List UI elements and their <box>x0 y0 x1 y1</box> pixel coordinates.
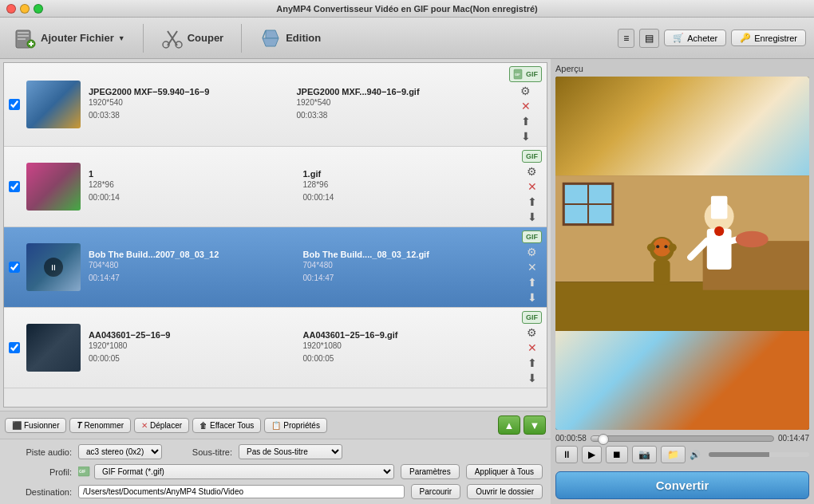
maximize-button[interactable] <box>34 4 43 14</box>
screenshot-button[interactable]: 📷 <box>632 446 657 463</box>
toolbar-right: ≡ ▤ 🛒 Acheter 🔑 Enregistrer <box>618 29 806 48</box>
file-thumb-1 <box>26 81 81 128</box>
file-item-2[interactable]: 1 128*9600:00:14 1.gif 128*9600:00:14 GI… <box>4 147 547 227</box>
file-checkbox-4[interactable] <box>9 342 20 353</box>
fusionner-label: Fusionner <box>24 421 59 430</box>
file-output-2: 1.gif 128*9600:00:14 <box>303 169 518 204</box>
main-area: JPEG2000 MXF−59.940−16−9 1920*54000:03:3… <box>0 59 814 504</box>
move-down-icon-4[interactable]: ⬇ <box>528 372 537 384</box>
renommer-button[interactable]: T Renommer <box>69 418 131 433</box>
edition-label: Edition <box>286 32 321 44</box>
cart-icon: 🛒 <box>673 33 684 43</box>
appliquer-button[interactable]: Appliquer à Tous <box>466 464 543 479</box>
cartoon-scene <box>555 77 809 430</box>
progress-bar[interactable] <box>591 435 774 442</box>
file-checkbox-2[interactable] <box>9 181 20 192</box>
settings-icon-2[interactable]: ⚙ <box>527 165 537 178</box>
volume-icon: 🔊 <box>690 450 701 460</box>
destination-label: Destination: <box>8 487 72 497</box>
acheter-button[interactable]: 🛒 Acheter <box>664 30 726 46</box>
file-name-1: JPEG2000 MXF−59.940−16−9 <box>89 87 297 96</box>
file-actions-3: GIF ⚙ ✕ ⬆ ⬇ <box>522 230 542 304</box>
file-thumb-4 <box>26 324 81 372</box>
add-file-arrow: ▼ <box>118 34 125 42</box>
profil-row: Profil: GIF GIF Format (*.gif) Paramètre… <box>8 464 543 479</box>
file-item-4[interactable]: AA043601−25−16−9 1920*108000:00:05 AA043… <box>4 308 547 388</box>
settings-icon-3[interactable]: ⚙ <box>527 246 537 258</box>
move-down-icon-3[interactable]: ⬇ <box>528 291 537 304</box>
move-buttons: ▲ ▼ <box>498 415 546 435</box>
add-file-button[interactable]: Ajouter Fichier ▼ <box>8 24 132 53</box>
toolbar-separator-2 <box>241 24 242 53</box>
svg-point-33 <box>653 238 671 257</box>
file-out-name-4: AA043601−25−16−9.gif <box>303 330 518 340</box>
move-up-icon-2[interactable]: ⬆ <box>528 195 537 208</box>
delete-icon-4[interactable]: ✕ <box>528 341 537 354</box>
file-name-3: Bob The Build...2007_08_03_12 <box>89 250 303 259</box>
cut-icon <box>161 27 184 49</box>
toolbar-separator-1 <box>143 24 144 53</box>
move-up-icon-1[interactable]: ⬆ <box>521 115 531 128</box>
play-button[interactable]: ▶ <box>582 446 602 463</box>
edition-button[interactable]: Edition <box>253 24 327 53</box>
profil-select[interactable]: GIF Format (*.gif) <box>94 464 394 479</box>
delete-icon-2[interactable]: ✕ <box>528 180 537 193</box>
parcourir-button[interactable]: Parcourir <box>411 484 461 499</box>
settings-area: Piste audio: ac3 stereo (0x2) Sous-titre… <box>0 439 551 504</box>
move-up-icon-3[interactable]: ⬆ <box>528 276 537 289</box>
proprietes-button[interactable]: 📋 Propriétés <box>264 418 327 433</box>
move-down-button[interactable]: ▼ <box>524 415 546 435</box>
folder-button[interactable]: 📁 <box>661 446 686 463</box>
preview-video <box>555 77 809 430</box>
destination-row: Destination: Parcourir Ouvrir le dossier <box>8 484 543 499</box>
fusionner-button[interactable]: ⬛ Fusionner <box>5 418 66 433</box>
stop-button[interactable]: ⏹ <box>606 446 628 463</box>
file-item-3[interactable]: ⏸ Bob The Build...2007_08_03_12 704*4800… <box>4 227 547 308</box>
cut-button[interactable]: Couper <box>155 24 231 53</box>
file-out-name-3: Bob The Build...._08_03_12.gif <box>303 250 518 259</box>
delete-icon-1[interactable]: ✕ <box>521 100 531 112</box>
file-checkbox-3[interactable] <box>9 262 20 273</box>
sous-titre-select[interactable]: Pas de Sous-titre <box>239 444 342 459</box>
move-up-icon-4[interactable]: ⬆ <box>528 356 537 369</box>
convert-button[interactable]: Convertir <box>555 471 809 499</box>
file-out-name-1: JPEG2000 MXF...940−16−9.gif <box>297 87 505 96</box>
enregistrer-label: Enregistrer <box>754 33 797 43</box>
settings-icon-1[interactable]: ⚙ <box>520 85 531 97</box>
file-actions-1: GIF GIF ⚙ ✕ ⬆ ⬇ <box>509 66 542 143</box>
effacer-button[interactable]: 🗑 Effacer Tous <box>192 418 261 433</box>
gif-badge-4: GIF <box>522 311 542 324</box>
settings-icon-4[interactable]: ⚙ <box>527 326 537 339</box>
move-down-icon-1[interactable]: ⬇ <box>521 130 531 143</box>
destination-input[interactable] <box>78 485 405 498</box>
move-up-button[interactable]: ▲ <box>498 415 520 435</box>
svg-rect-36 <box>654 260 670 285</box>
effacer-icon: 🗑 <box>200 421 207 430</box>
file-item-1[interactable]: JPEG2000 MXF−59.940−16−9 1920*54000:03:3… <box>4 63 547 147</box>
pause-button[interactable]: ⏸ <box>555 446 578 463</box>
svg-marker-11 <box>266 30 279 38</box>
delete-icon-3[interactable]: ✕ <box>528 261 537 274</box>
move-down-icon-2[interactable]: ⬇ <box>528 211 537 223</box>
minimize-button[interactable] <box>20 4 30 14</box>
svg-point-37 <box>656 245 659 248</box>
file-checkbox-1[interactable] <box>9 99 20 110</box>
svg-marker-12 <box>263 38 279 46</box>
deplacer-button[interactable]: ✕ Déplacer <box>134 418 189 433</box>
view-grid-button[interactable]: ▤ <box>639 29 659 48</box>
ouvrir-dossier-button[interactable]: Ouvrir le dossier <box>467 484 543 499</box>
progress-thumb[interactable] <box>598 434 609 445</box>
parametres-button[interactable]: Paramètres <box>401 464 460 479</box>
close-button[interactable] <box>6 4 16 14</box>
pause-overlay: ⏸ <box>44 258 63 277</box>
audio-row: Piste audio: ac3 stereo (0x2) Sous-titre… <box>8 444 543 459</box>
piste-audio-select[interactable]: ac3 stereo (0x2) <box>78 444 162 459</box>
view-list-button[interactable]: ≡ <box>618 29 634 48</box>
file-output-1: JPEG2000 MXF...940−16−9.gif 1920*54000:0… <box>297 87 505 122</box>
file-output-4: AA043601−25−16−9.gif 1920*108000:00:05 <box>303 330 518 365</box>
file-out-meta-4: 1920*108000:00:05 <box>303 340 518 365</box>
enregistrer-button[interactable]: 🔑 Enregistrer <box>731 30 806 46</box>
preview-cartoon <box>555 77 809 430</box>
volume-slider[interactable] <box>709 452 809 457</box>
window-controls[interactable] <box>6 4 43 14</box>
